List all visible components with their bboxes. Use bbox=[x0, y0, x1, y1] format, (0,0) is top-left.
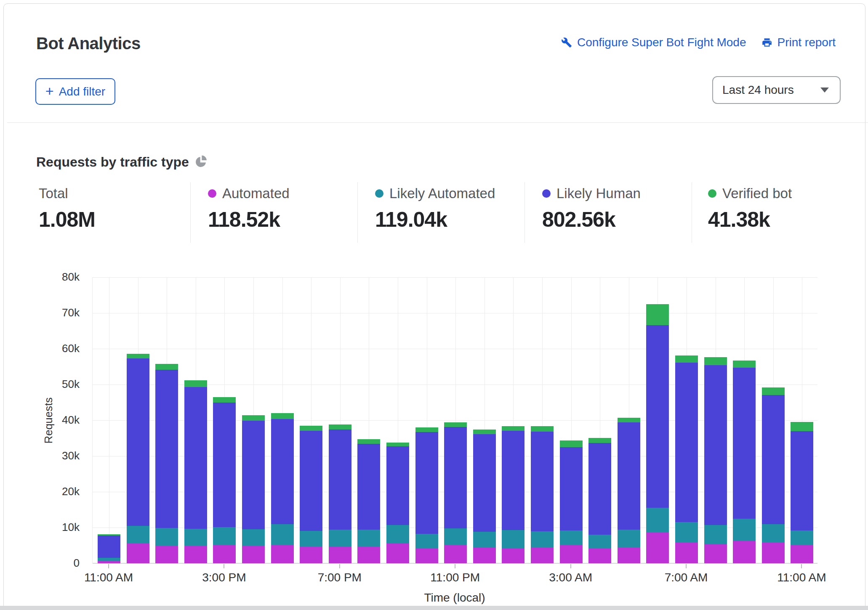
legend-dot bbox=[542, 189, 551, 198]
bar-11-00-pm[interactable] bbox=[444, 422, 467, 563]
segment-automated bbox=[386, 543, 409, 563]
chevron-down-icon bbox=[820, 88, 829, 93]
segment-likely-human bbox=[213, 403, 236, 528]
add-filter-button[interactable]: + Add filter bbox=[35, 78, 115, 105]
segment-likely-automated bbox=[588, 535, 611, 549]
segment-likely-human bbox=[733, 368, 756, 519]
bar-10-00-pm[interactable] bbox=[415, 427, 438, 563]
bar-12-00-am[interactable] bbox=[473, 430, 496, 563]
bar-8-00-pm[interactable] bbox=[357, 439, 380, 563]
bar-4-00-am[interactable] bbox=[588, 438, 611, 563]
x-tick-label: 11:00 AM bbox=[75, 571, 142, 584]
time-range-value: Last 24 hours bbox=[722, 83, 794, 97]
wrench-icon bbox=[561, 37, 572, 48]
bar-1-00-pm[interactable] bbox=[155, 364, 178, 563]
segment-verified-bot bbox=[560, 440, 583, 447]
segment-verified-bot bbox=[531, 426, 554, 432]
segment-likely-automated bbox=[242, 529, 265, 546]
segment-likely-human bbox=[791, 431, 813, 530]
print-link-label: Print report bbox=[777, 36, 836, 49]
y-tick-label: 80k bbox=[50, 271, 80, 284]
plus-icon: + bbox=[45, 84, 54, 98]
bar-12-00-pm[interactable] bbox=[127, 354, 149, 563]
bar-2-00-am[interactable] bbox=[531, 426, 554, 563]
time-range-select[interactable]: Last 24 hours bbox=[712, 76, 841, 104]
bot-analytics-card: Bot Analytics Configure Super Bot Fight … bbox=[3, 3, 865, 607]
segment-likely-human bbox=[300, 431, 322, 531]
segment-verified-bot bbox=[300, 426, 322, 431]
segment-likely-human bbox=[704, 365, 727, 525]
section-heading: Requests by traffic type bbox=[36, 154, 189, 170]
stat-automated[interactable]: Automated118.52k bbox=[208, 186, 290, 232]
bar-7-00-pm[interactable] bbox=[329, 424, 351, 563]
segment-likely-automated bbox=[733, 519, 756, 541]
bar-1-00-am[interactable] bbox=[502, 426, 525, 563]
stat-verified-bot[interactable]: Verified bot41.38k bbox=[708, 186, 792, 232]
y-tick-label: 60k bbox=[50, 342, 80, 355]
bar-5-00-pm[interactable] bbox=[271, 413, 294, 563]
y-tick-label: 10k bbox=[50, 521, 80, 534]
segment-likely-human bbox=[155, 370, 178, 528]
segment-likely-automated bbox=[415, 534, 438, 549]
bar-3-00-pm[interactable] bbox=[213, 397, 236, 563]
stat-likely-human[interactable]: Likely Human802.56k bbox=[542, 186, 641, 232]
segment-likely-automated bbox=[560, 530, 583, 545]
bar-11-00-am[interactable] bbox=[98, 534, 120, 563]
x-tick-mark bbox=[108, 564, 109, 568]
stat-divider bbox=[525, 182, 525, 243]
segment-likely-automated bbox=[300, 531, 322, 547]
gridline-horizontal bbox=[93, 313, 817, 313]
segment-automated bbox=[184, 546, 207, 563]
next-card-edge bbox=[0, 606, 868, 610]
y-tick-label: 40k bbox=[50, 414, 80, 427]
segment-likely-human bbox=[415, 432, 438, 534]
bar-3-00-am[interactable] bbox=[560, 440, 583, 563]
x-tick-label: 7:00 AM bbox=[652, 571, 720, 584]
x-tick-mark bbox=[801, 564, 802, 568]
segment-verified-bot bbox=[271, 413, 294, 419]
segment-verified-bot bbox=[791, 422, 813, 431]
segment-likely-automated bbox=[98, 558, 120, 561]
segment-automated bbox=[329, 546, 351, 563]
segment-automated bbox=[300, 547, 322, 563]
configure-super-bot-fight-mode-link[interactable]: Configure Super Bot Fight Mode bbox=[561, 36, 746, 49]
stat-divider bbox=[357, 182, 358, 243]
segment-verified-bot bbox=[646, 304, 669, 325]
segment-verified-bot bbox=[415, 427, 438, 432]
gridline-vertical bbox=[109, 277, 109, 563]
segment-automated bbox=[560, 545, 583, 563]
x-tick-label: 7:00 PM bbox=[306, 571, 373, 584]
segment-automated bbox=[704, 544, 727, 563]
stat-label: Verified bot bbox=[722, 186, 792, 202]
bar-9-00-am[interactable] bbox=[733, 361, 756, 563]
segment-automated bbox=[155, 546, 178, 563]
bar-9-00-pm[interactable] bbox=[386, 443, 409, 563]
print-report-link[interactable]: Print report bbox=[761, 36, 836, 49]
segment-verified-bot bbox=[675, 355, 698, 363]
bar-10-00-am[interactable] bbox=[762, 387, 785, 563]
y-tick-label: 30k bbox=[50, 449, 80, 462]
segment-automated bbox=[271, 545, 294, 563]
segment-likely-human bbox=[271, 419, 294, 524]
bar-5-00-am[interactable] bbox=[618, 418, 640, 563]
legend-dot bbox=[208, 189, 216, 198]
bar-6-00-pm[interactable] bbox=[300, 426, 322, 563]
segment-likely-human bbox=[329, 430, 351, 530]
segment-likely-automated bbox=[213, 527, 236, 545]
stat-likely-automated[interactable]: Likely Automated119.04k bbox=[375, 186, 495, 232]
segment-verified-bot bbox=[502, 426, 525, 431]
stat-total[interactable]: Total1.08M bbox=[39, 186, 95, 232]
bar-8-00-am[interactable] bbox=[704, 357, 727, 563]
bar-4-00-pm[interactable] bbox=[242, 415, 265, 563]
stat-label: Automated bbox=[222, 186, 290, 202]
segment-verified-bot bbox=[127, 354, 149, 358]
bar-7-00-am[interactable] bbox=[675, 355, 698, 563]
x-tick-mark bbox=[686, 564, 687, 568]
bar-2-00-pm[interactable] bbox=[184, 380, 207, 563]
bar-6-00-am[interactable] bbox=[646, 304, 669, 563]
bar-11-00-am[interactable] bbox=[791, 422, 813, 563]
x-tick-label: 3:00 PM bbox=[190, 571, 258, 584]
stat-value: 41.38k bbox=[708, 207, 792, 232]
segment-verified-bot bbox=[329, 424, 351, 430]
x-tick-label: 11:00 PM bbox=[421, 571, 489, 584]
